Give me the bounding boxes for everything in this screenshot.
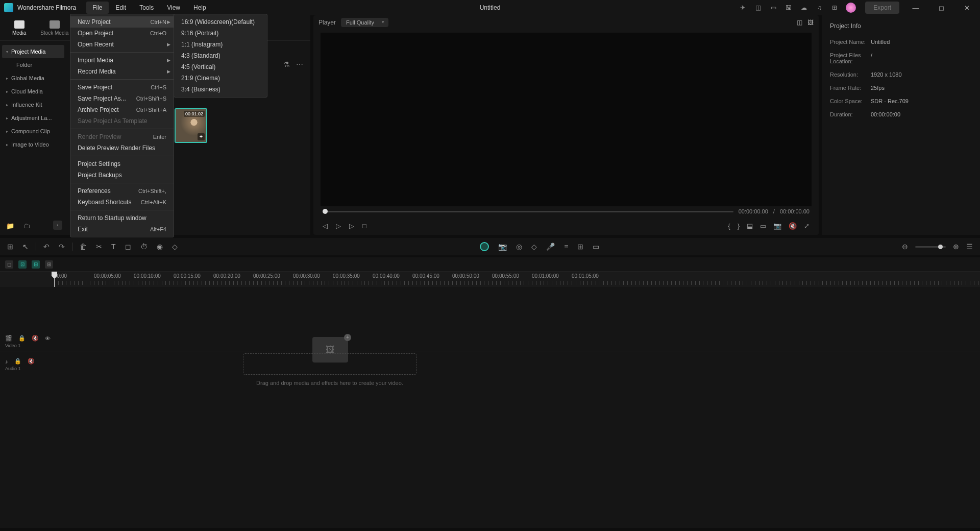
volume-icon[interactable]: 🔇 [789,222,797,230]
file-delete-preview[interactable]: Delete Preview Render Files [70,142,174,154]
screen-adjust-icon[interactable]: ▭ [760,222,766,230]
file-exit[interactable]: ExitAlt+F4 [70,224,174,235]
text-icon[interactable]: T [111,243,116,251]
timeline-ruler[interactable]: 00:00 00:00:05:00 00:00:10:00 00:00:15:0… [0,272,980,287]
camera-tool-icon[interactable]: 📷 [498,243,507,251]
sidebar-project-media[interactable]: ▾Project Media [2,45,64,58]
file-startup[interactable]: Return to Startup window [70,212,174,224]
layout-tool-icon[interactable]: ⊞ [577,243,583,251]
aspect-4-3[interactable]: 4:3 (Standard) [174,50,267,61]
pointer-tool-icon[interactable]: ↖ [22,243,29,251]
cloud-icon[interactable]: ☁ [800,4,808,12]
shield-tool-icon[interactable]: ◇ [531,243,537,251]
send-icon[interactable]: ✈ [739,4,747,12]
fullscreen-icon[interactable]: ⤢ [804,222,810,230]
compare-icon[interactable]: ◫ [797,19,802,26]
cut-icon[interactable]: ✂ [96,243,102,251]
maximize-button[interactable]: ◻ [932,4,950,12]
tab-media[interactable]: Media [5,18,33,38]
more-icon[interactable]: ⋯ [296,60,303,68]
file-archive[interactable]: Archive ProjectCtrl+Shift+A [70,104,174,115]
player-quality-select[interactable]: Full Quality [341,18,388,27]
player-viewport[interactable] [321,33,812,206]
aspect-1-1[interactable]: 1:1 (Instagram) [174,39,267,50]
track-view-icon[interactable]: ☰ [966,243,973,251]
track-lock-icon[interactable]: 🔒 [18,335,26,342]
audio-mute-icon[interactable]: 🔇 [28,358,35,365]
zoom-slider[interactable] [915,246,946,248]
delete-icon[interactable]: 🗑 [80,243,87,251]
prev-frame-icon[interactable]: ◁ [323,222,328,230]
export-button[interactable]: Export [865,2,899,14]
mark-in-icon[interactable]: { [728,222,730,230]
sidebar-compound-clip[interactable]: ▸Compound Clip [2,125,64,138]
aspect-21-9[interactable]: 21:9 (Cinema) [174,73,267,84]
snapshot-icon[interactable]: 📷 [773,222,781,230]
split-tool-icon[interactable]: ▭ [593,243,599,251]
file-project-settings[interactable]: Project Settings [70,158,174,170]
track-visible-icon[interactable]: 👁 [45,335,51,342]
undo-icon[interactable]: ↶ [43,243,50,251]
sidebar-influence-kit[interactable]: ▸Influence Kit [2,98,64,111]
tab-stock-media[interactable]: Stock Media [33,18,76,38]
file-project-backups[interactable]: Project Backups [70,170,174,181]
file-shortcuts[interactable]: Keyboard ShortcutsCtrl+Alt+K [70,197,174,208]
menu-file[interactable]: File [86,2,108,14]
color-icon[interactable]: ◉ [157,243,163,251]
grid-icon[interactable]: ⊞ [830,4,839,12]
audio-track-icon[interactable]: ♪ [5,358,8,365]
video-track-icon[interactable]: 🎬 [5,335,12,342]
collapse-sidebar-icon[interactable]: ‹ [53,221,62,230]
stop-icon[interactable]: □ [362,222,366,230]
next-frame-icon[interactable]: ▷ [349,222,354,230]
aspect-16-9[interactable]: 16:9 (Widescreen)(Default) [174,16,267,28]
file-import-media[interactable]: Import Media▶ [70,55,174,66]
file-open-project[interactable]: Open ProjectCtrl+O [70,28,174,39]
sidebar-image-to-video[interactable]: ▸Image to Video [2,138,64,151]
avatar[interactable] [846,3,856,13]
audio-lock-icon[interactable]: 🔒 [14,358,21,365]
menu-edit[interactable]: Edit [110,2,133,14]
mark-out-icon[interactable]: } [738,222,740,230]
panel-icon[interactable]: ◫ [754,4,762,12]
menu-help[interactable]: Help [187,2,212,14]
scrub-track[interactable] [323,211,733,212]
file-record-media[interactable]: Record Media▶ [70,66,174,77]
tl-link-icon[interactable]: ⊟ [32,260,40,269]
minimize-button[interactable]: — [906,4,925,12]
grid-tool-icon[interactable]: ⊞ [7,243,13,251]
add-to-timeline-icon[interactable]: + [198,133,205,140]
circle-tool-icon[interactable]: ◎ [516,243,522,251]
menu-tools[interactable]: Tools [133,2,160,14]
image-icon[interactable]: 🖼 [807,19,814,26]
new-bin-icon[interactable]: 🗀 [23,222,30,230]
file-save-project[interactable]: Save ProjectCtrl+S [70,82,174,93]
tl-sync-icon[interactable]: ⊞ [45,260,53,269]
aspect-3-4[interactable]: 3:4 (Business) [174,84,267,95]
media-clip-thumbnail[interactable]: 00:01:02 + [175,108,207,143]
speed-icon[interactable]: ⏱ [140,243,148,251]
sidebar-folder[interactable]: Folder [2,58,64,71]
zoom-out-icon[interactable]: ⊖ [902,243,908,251]
sidebar-global-media[interactable]: ▸Global Media [2,71,64,85]
sidebar-adjustment-layer[interactable]: ▸Adjustment La... [2,111,64,125]
sidebar-cloud-media[interactable]: ▸Cloud Media [2,85,64,98]
aspect-4-5[interactable]: 4:5 (Vertical) [174,61,267,73]
tl-magnet-icon[interactable]: ⊡ [18,260,27,269]
new-folder-icon[interactable]: 📁 [6,222,14,230]
smart-tool-icon[interactable] [480,242,489,251]
marker-icon[interactable]: ⬓ [747,222,753,230]
play-icon[interactable]: ▷ [336,222,341,230]
redo-icon[interactable]: ↷ [59,243,65,251]
subtitle-tool-icon[interactable]: ≡ [564,243,568,251]
menu-view[interactable]: View [161,2,186,14]
screen-icon[interactable]: ▭ [769,4,777,12]
tl-layout-icon[interactable]: ◻ [5,260,13,269]
file-save-as[interactable]: Save Project As...Ctrl+Shift+S [70,93,174,104]
filter-icon[interactable]: ⚗ [283,60,290,68]
zoom-in-icon[interactable]: ⊕ [953,243,959,251]
save-icon[interactable]: 🖫 [785,4,793,12]
file-preferences[interactable]: PreferencesCtrl+Shift+, [70,185,174,197]
file-new-project[interactable]: New ProjectCtrl+N▶ [70,16,174,28]
timeline-dropzone[interactable] [243,353,416,375]
